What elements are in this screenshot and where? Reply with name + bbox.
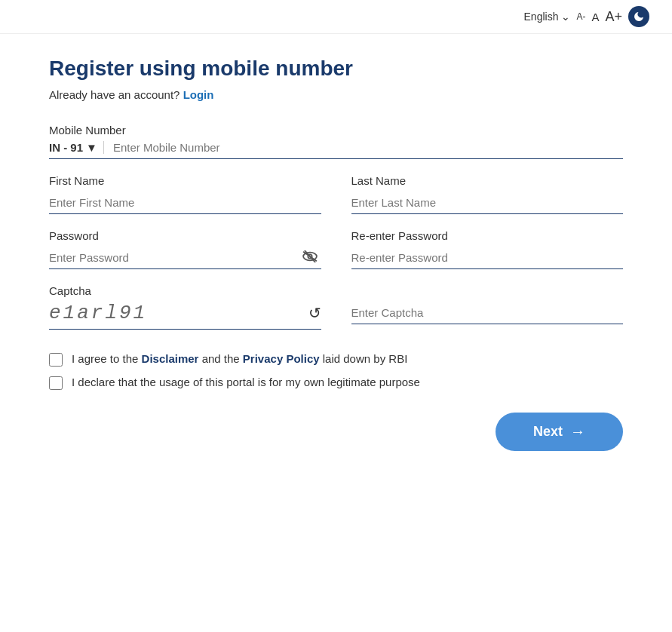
disclaimer-checkbox-row: I agree to the Disclaimer and the Privac…: [49, 352, 623, 367]
checkboxes-section: I agree to the Disclaimer and the Privac…: [49, 352, 623, 390]
captcha-label: Captcha: [49, 284, 623, 297]
toggle-password-icon[interactable]: [302, 250, 318, 266]
declare-text: I declare that the usage of this portal …: [72, 376, 420, 388]
font-controls: A- A A+: [576, 9, 622, 25]
password-row: Password Re-enter Password: [49, 229, 623, 269]
password-wrapper: [49, 247, 321, 269]
mobile-number-section: Mobile Number IN - 91 ▼: [49, 124, 623, 159]
password-label: Password: [49, 229, 321, 242]
mobile-number-label: Mobile Number: [49, 124, 623, 137]
next-button-row: Next →: [49, 413, 623, 451]
next-button[interactable]: Next →: [496, 413, 623, 451]
first-name-field: First Name: [49, 174, 321, 214]
last-name-input[interactable]: [351, 192, 624, 214]
disclaimer-text: I agree to the Disclaimer and the Privac…: [72, 352, 407, 365]
disclaimer-link[interactable]: Disclaimer: [142, 352, 199, 365]
reenter-password-input[interactable]: [351, 247, 624, 269]
first-name-label: First Name: [49, 174, 321, 187]
already-account-text: Already have an account?: [49, 88, 180, 101]
password-field: Password: [49, 229, 321, 269]
language-selector[interactable]: English ⌄: [524, 11, 571, 23]
language-label: English: [524, 11, 559, 23]
country-code-value: IN - 91: [49, 141, 83, 154]
captcha-row: e1arl91 ↺: [49, 302, 623, 330]
disclaimer-text-mid: and the: [198, 352, 242, 365]
captcha-input-wrapper: [351, 302, 624, 324]
main-content: Register using mobile number Already hav…: [0, 34, 672, 474]
captcha-section: Captcha e1arl91 ↺: [49, 284, 623, 330]
dropdown-arrow-icon: ▼: [86, 141, 97, 154]
disclaimer-checkbox[interactable]: [49, 353, 63, 367]
page-title: Register using mobile number: [49, 57, 623, 81]
mobile-field-wrapper: IN - 91 ▼: [49, 141, 623, 159]
name-row: First Name Last Name: [49, 174, 623, 214]
font-small-button[interactable]: A-: [576, 11, 585, 22]
captcha-display: e1arl91: [49, 302, 308, 324]
last-name-label: Last Name: [351, 174, 624, 187]
declare-checkbox[interactable]: [49, 376, 63, 390]
privacy-policy-link[interactable]: Privacy Policy: [243, 352, 320, 365]
login-link[interactable]: Login: [183, 88, 214, 101]
declare-checkbox-row: I declare that the usage of this portal …: [49, 376, 623, 390]
dark-mode-toggle[interactable]: [628, 6, 649, 27]
captcha-refresh-icon[interactable]: ↺: [308, 304, 321, 322]
login-prompt: Already have an account? Login: [49, 88, 623, 101]
country-code-selector[interactable]: IN - 91 ▼: [49, 141, 104, 154]
chevron-down-icon[interactable]: ⌄: [561, 11, 570, 23]
arrow-right-icon: →: [570, 423, 585, 440]
mobile-number-input[interactable]: [113, 141, 623, 154]
next-button-label: Next: [533, 424, 563, 440]
first-name-input[interactable]: [49, 192, 321, 214]
disclaimer-text-before: I agree to the: [72, 352, 142, 365]
captcha-display-wrapper: e1arl91 ↺: [49, 302, 321, 330]
reenter-password-label: Re-enter Password: [351, 229, 624, 242]
password-input[interactable]: [49, 247, 321, 269]
top-bar: English ⌄ A- A A+: [0, 0, 672, 34]
reenter-password-field: Re-enter Password: [351, 229, 624, 269]
font-large-button[interactable]: A+: [605, 9, 622, 25]
disclaimer-text-after: laid down by RBI: [320, 352, 408, 365]
captcha-input[interactable]: [351, 302, 624, 324]
last-name-field: Last Name: [351, 174, 624, 214]
font-medium-button[interactable]: A: [591, 11, 599, 23]
